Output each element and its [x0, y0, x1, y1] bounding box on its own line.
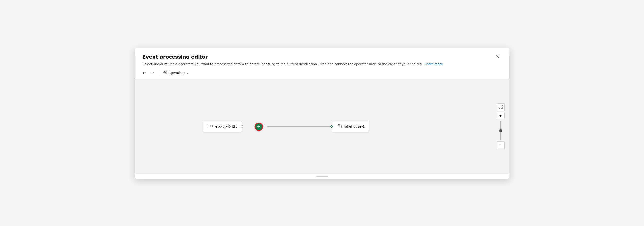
operations-icon — [163, 70, 167, 75]
dest-node-left-connector — [330, 125, 333, 128]
toolbar: ↩ ↪ Operations ∨ — [135, 66, 510, 79]
zoom-fit-button[interactable] — [497, 104, 504, 111]
zoom-out-button[interactable]: − — [497, 141, 504, 149]
undo-icon: ↩ — [142, 70, 146, 75]
canvas-svg — [135, 79, 510, 174]
bottom-bar — [135, 174, 510, 179]
source-node[interactable]: es-xujx-0421 — [203, 121, 242, 132]
chevron-down-icon: ∨ — [186, 71, 188, 74]
zoom-out-icon: − — [500, 143, 502, 147]
zoom-in-icon: + — [500, 113, 502, 118]
dialog-header: Event processing editor ✕ Select one or … — [135, 48, 510, 67]
learn-more-link[interactable]: Learn more — [425, 62, 443, 66]
zoom-controls: + − — [497, 104, 504, 149]
redo-icon: ↪ — [150, 70, 154, 75]
canvas-area: es-xujx-0421 + lakehouse-1 — [135, 79, 510, 174]
undo-button[interactable]: ↩ — [140, 69, 148, 76]
zoom-in-button[interactable]: + — [497, 112, 504, 119]
dialog-title: Event processing editor — [142, 54, 208, 60]
add-operator-button[interactable]: + — [255, 122, 263, 131]
dest-node-label: lakehouse-1 — [344, 124, 365, 128]
source-node-right-connector — [241, 125, 243, 128]
toolbar-divider — [158, 70, 158, 76]
close-button[interactable]: ✕ — [494, 53, 502, 60]
zoom-slider-track — [500, 121, 501, 140]
add-operator-wrap: + — [255, 122, 263, 131]
source-node-label: es-xujx-0421 — [215, 124, 238, 128]
source-icon — [208, 123, 213, 130]
operations-label: Operations — [168, 71, 185, 75]
dialog-subtitle: Select one or multiple operators you wan… — [142, 62, 502, 67]
dialog-title-row: Event processing editor ✕ — [142, 53, 502, 60]
bottom-handle — [316, 176, 328, 177]
add-icon: + — [257, 124, 260, 129]
dest-node[interactable]: lakehouse-1 — [332, 121, 370, 132]
event-processing-dialog: Event processing editor ✕ Select one or … — [135, 48, 510, 179]
lakehouse-icon — [336, 123, 342, 130]
redo-button[interactable]: ↪ — [149, 69, 156, 76]
operations-button[interactable]: Operations ∨ — [161, 69, 191, 76]
zoom-slider-thumb[interactable] — [499, 129, 502, 132]
zoom-fit-icon — [499, 105, 503, 110]
subtitle-text: Select one or multiple operators you wan… — [142, 62, 423, 66]
